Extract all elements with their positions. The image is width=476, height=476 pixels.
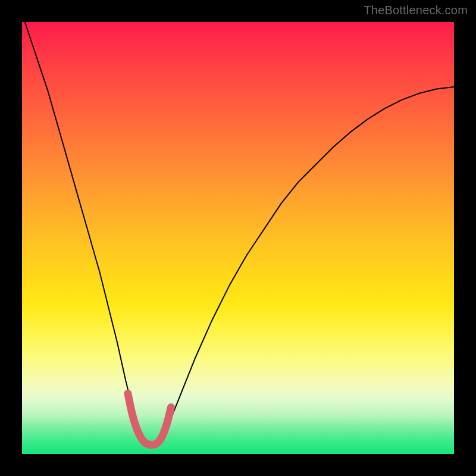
chart-frame: TheBottleneck.com [0,0,476,476]
watermark-text: TheBottleneck.com [364,4,468,17]
bottleneck-curve [22,13,454,445]
trough-marker [128,393,171,444]
plot-area [22,22,454,454]
chart-svg [22,22,454,454]
